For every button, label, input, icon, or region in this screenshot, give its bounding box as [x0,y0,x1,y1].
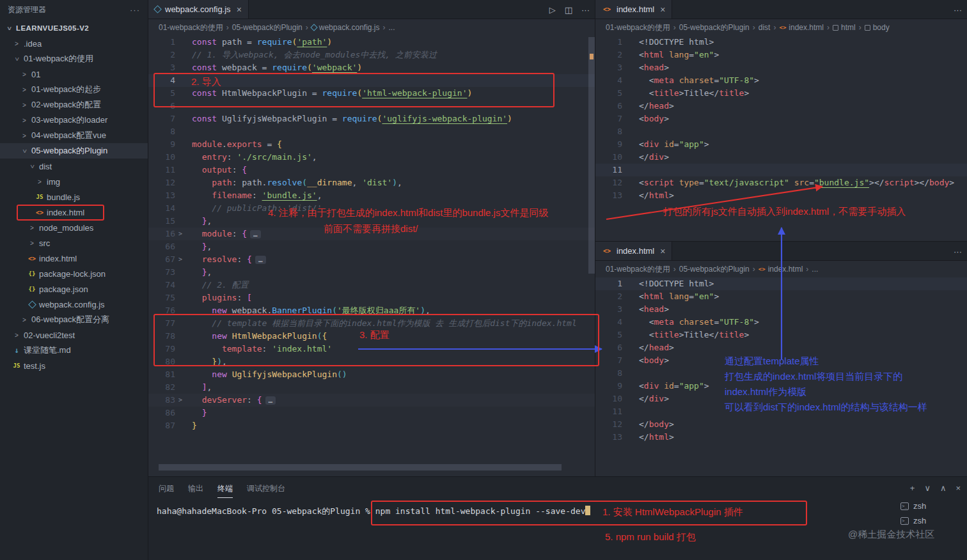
shell-item-zsh[interactable]: >_zsh [900,513,964,528]
code-line-10[interactable]: 10 entry: './src/main.js', [148,151,595,164]
code-line-8[interactable]: 8 [148,125,595,138]
breadcrumb-item[interactable]: webpack.config.js [319,23,380,32]
new-terminal-icon[interactable]: + [910,483,915,493]
code-line-12[interactable]: 12<script type="text/javascript" src="bu… [595,176,967,189]
breadcrumb-item[interactable]: 01-webpack的使用 [159,22,223,33]
tree-item-package.json[interactable]: {}package.json [0,281,148,297]
breadcrumb-item[interactable]: dist [759,23,771,32]
folded-code-badge[interactable]: … [250,230,261,238]
code-line-74[interactable]: 74 // 2. 配置 [148,279,595,292]
close-panel-icon[interactable]: × [955,483,961,493]
explorer-more-icon[interactable]: ··· [130,5,140,15]
tree-item-index.html[interactable]: <>index.html [0,205,148,220]
breadcrumb-item[interactable]: 05-webpack的Plugin [232,22,303,33]
run-icon[interactable]: ▷ [549,5,556,15]
tree-item-06-webpack配置分离[interactable]: >06-webpack配置分离 [0,312,148,327]
code-line-5[interactable]: 5 <title>Title</title> [595,87,967,100]
maximize-panel-icon[interactable]: ∧ [940,483,947,493]
tree-item-02-vuecli2test[interactable]: >02-vuecli2test [0,327,148,343]
code-line-87[interactable]: 87} [148,419,595,432]
tree-item-dist[interactable]: >dist [0,159,148,174]
tree-item-index.html[interactable]: <>index.html [0,251,148,266]
close-icon[interactable]: × [660,4,665,15]
code-line-13[interactable]: 13</html> [595,431,967,444]
split-editor-icon[interactable]: ◫ [565,5,572,15]
code-line-4[interactable]: 4 <meta charset="UTF-8"> [595,74,967,87]
code-line-9[interactable]: 9<div id="app"> [595,138,967,151]
code-line-8[interactable]: 8 [595,367,967,380]
code-line-6[interactable]: 6</head> [595,341,967,354]
code-line-5[interactable]: 5 <title>Title</title> [595,329,967,341]
code-line-2[interactable]: 2// 1. 导入webpack, 会去node_modules中去找, 之前安… [148,49,595,61]
code-line-78[interactable]: 78 new HtmlWebpackPlugin({ [148,330,595,343]
code-line-12[interactable]: 12</body> [595,418,967,431]
code-line-66[interactable]: 66 }, [148,240,595,253]
tree-item-01[interactable]: >01 [0,66,148,82]
code-line-11[interactable]: 11 [595,164,967,176]
folded-code-badge[interactable]: … [265,396,276,405]
code-line-83[interactable]: 83> devServer: {… [148,394,595,407]
breadcrumb-item[interactable]: index.html [789,23,824,32]
code-line-82[interactable]: 82 ], [148,381,595,394]
code-line-67[interactable]: 67> resolve: {… [148,253,595,266]
code-line-9[interactable]: 9module.exports = { [148,138,595,151]
fold-chevron-icon[interactable]: > [175,228,185,240]
folded-code-badge[interactable]: … [255,256,266,264]
breadcrumb-item[interactable]: html [841,23,856,32]
code-line-77[interactable]: 77 // template 根据当前目录下面的index.html作为模版 去… [148,317,595,330]
tree-item-bundle.js[interactable]: JSbundle.js [0,189,148,205]
close-icon[interactable]: × [237,4,242,15]
horizontal-scrollbar[interactable] [159,464,562,471]
breadcrumb-item[interactable]: 01-webpack的使用 [606,22,670,33]
code-line-9[interactable]: 9<div id="app"> [595,380,967,393]
terminal-content[interactable]: haha@hahadeMacBook-Pro 05-webpack的Plugin… [157,506,590,517]
code-line-15[interactable]: 15 }, [148,215,595,228]
code-line-7[interactable]: 7<body> [595,113,967,125]
code-line-2[interactable]: 2<html lang="en"> [595,290,967,303]
close-icon[interactable]: × [660,246,665,256]
breadcrumb-item[interactable]: ... [389,23,395,32]
code-line-11[interactable]: 11 output: { [148,164,595,176]
code-line-4[interactable]: 4 [148,74,595,87]
panel-tab-问题[interactable]: 问题 [159,483,174,498]
code-line-10[interactable]: 10</div> [595,393,967,405]
breadcrumb-item[interactable]: body [873,23,890,32]
panel-tab-终端[interactable]: 终端 [217,483,233,498]
code-line-14[interactable]: 14 // publicPath: 'dist/' [148,202,595,215]
breadcrumb-item[interactable]: 01-webpack的使用 [606,264,670,275]
code-line-79[interactable]: 79 template: 'index.html' [148,343,595,355]
code-line-4[interactable]: 4 <meta charset="UTF-8"> [595,316,967,329]
code-line-13[interactable]: 13</html> [595,189,967,202]
tree-item-webpack.config.js[interactable]: webpack.config.js [0,297,148,312]
vertical-scrollbar[interactable] [588,37,595,274]
code-line-1[interactable]: 1<!DOCTYPE html> [595,277,967,290]
tree-item-LEARNVUEJS05-V2[interactable]: >LEARNVUEJS05-V2 [0,20,148,36]
fold-chevron-icon[interactable]: > [175,394,185,407]
code-line-8[interactable]: 8 [595,125,967,138]
tree-item-src[interactable]: >src [0,235,148,251]
breadcrumb-item[interactable]: ... [812,265,818,274]
code-line-3[interactable]: 3<head> [595,61,967,74]
panel-tab-调试控制台[interactable]: 调试控制台 [247,483,285,498]
code-line-75[interactable]: 75 plugins: [ [148,292,595,304]
code-line-80[interactable]: 80 }), [148,355,595,368]
breadcrumb-item[interactable]: 05-webpack的Plugin [679,22,750,33]
tree-item-01-webpack的使用[interactable]: >01-webpack的使用 [0,51,148,66]
code-line-81[interactable]: 81 new UglifyjsWebpackPlugin() [148,368,595,381]
tab-webpack-config[interactable]: webpack.config.js × [148,0,249,19]
code-line-1[interactable]: 1const path = require('path') [148,36,595,49]
tree-item-img[interactable]: >img [0,174,148,189]
code-line-2[interactable]: 2<html lang="en"> [595,49,967,61]
code-line-13[interactable]: 13 filename: 'bundle.js', [148,189,595,202]
tree-item-02-webpack的配置[interactable]: >02-webpack的配置 [0,97,148,113]
tree-item-04-webpack配置vue[interactable]: >04-webpack配置vue [0,128,148,143]
code-line-10[interactable]: 10</div> [595,151,967,164]
code-line-76[interactable]: 76 new webpack.BannerPlugin('最终版权归aaa所有'… [148,304,595,317]
tab-dist-index[interactable]: <> index.html × [595,0,672,19]
more-actions-icon[interactable]: ··· [954,5,962,15]
tab-index[interactable]: <> index.html × [595,242,672,260]
code-line-3[interactable]: 3const webpack = require('webpack') [148,61,595,74]
code-line-73[interactable]: 73 }, [148,266,595,279]
shell-dropdown-icon[interactable]: ∨ [924,483,931,493]
breadcrumb-item[interactable]: 05-webpack的Plugin [679,264,750,275]
